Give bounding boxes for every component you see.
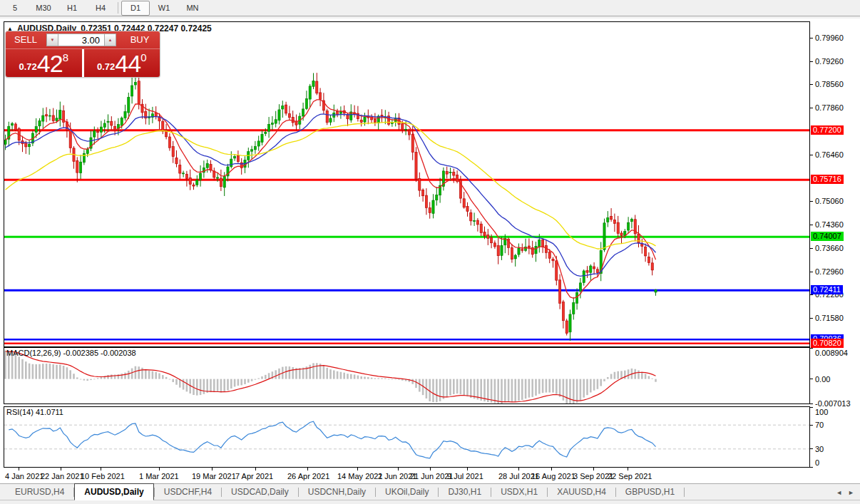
price-tick-label: 0.76460 [815, 150, 844, 159]
candle-body [381, 115, 383, 115]
tab-usdcad-daily[interactable]: USDCAD,Daily [222, 485, 298, 500]
timeframe-button-m30[interactable]: M30 [29, 1, 58, 16]
tab-xauusd-h4[interactable]: XAUUSD,H4 [548, 485, 615, 500]
buy-price-prefix: 0.72 [97, 61, 115, 72]
macd-histogram-bar [364, 377, 366, 379]
tab-scroll-arrows: ◄► [836, 485, 854, 500]
macd-histogram-bar [429, 379, 431, 401]
macd-histogram-bar [121, 374, 123, 379]
timeframe-button-mn[interactable]: MN [178, 1, 207, 16]
candle-body [647, 257, 650, 262]
macd-histogram-bar [343, 373, 345, 379]
timeframe-button-d1[interactable]: D1 [121, 1, 150, 16]
candle-body [217, 178, 219, 178]
candle-body [251, 150, 253, 151]
candle-body [487, 235, 489, 239]
macd-histogram-bar [580, 379, 582, 401]
rsi-line [9, 421, 655, 458]
candle-body [189, 178, 191, 184]
macd-histogram-bar [381, 378, 383, 379]
volume-decrease-button[interactable]: ▼ [46, 34, 58, 46]
macd-histogram-bar [73, 374, 75, 379]
tab-gbpusd-h1[interactable]: GBPUSD,H1 [616, 485, 684, 500]
sell-price-display[interactable]: 0.72 42 8 [6, 49, 82, 77]
tab-scroll-right-icon[interactable]: ► [848, 489, 854, 496]
price-tick-label: 0.75060 [815, 197, 844, 205]
timeframe-button-h4[interactable]: H4 [86, 1, 115, 16]
macd-histogram-bar [603, 379, 605, 381]
rsi-indicator-pane[interactable]: RSI(14) 41.0711 [4, 406, 810, 468]
ma-line-medium[interactable] [6, 114, 656, 277]
candle-body [35, 127, 37, 133]
time-tick-label: 16 Aug 2021 [531, 472, 575, 480]
macd-histogram-bar [569, 379, 571, 403]
macd-histogram-bar [265, 375, 267, 379]
macd-histogram-bar [460, 379, 462, 394]
macd-histogram-bar [206, 379, 208, 393]
candle-body [121, 118, 123, 125]
macd-histogram-bar [247, 379, 250, 383]
candle-body [542, 240, 544, 247]
tab-eurusd-h4[interactable]: EURUSD,H4 [6, 485, 73, 500]
candle-body [470, 212, 472, 221]
macd-histogram-bar [565, 379, 568, 403]
price-tick-mark [810, 201, 813, 202]
candle-body [514, 255, 516, 259]
macd-histogram-bar [391, 379, 394, 380]
macd-histogram-bar [203, 379, 205, 394]
tab-usdx-h1[interactable]: USDX,H1 [491, 485, 547, 500]
candle-body [548, 252, 551, 258]
timeframe-button-5[interactable]: 5 [1, 1, 29, 16]
chart-window: MACD(12,26,9) -0.002385 -0.002038 RSI(14… [0, 19, 860, 483]
candle-body [196, 180, 198, 185]
macd-histogram-bar [200, 379, 202, 395]
macd-histogram-bar [323, 365, 325, 379]
candle-body [411, 134, 414, 152]
tab-usdcnh-daily[interactable]: USDCNH,Daily [299, 485, 375, 500]
buy-price-display[interactable]: 0.72 44 0 [84, 49, 160, 77]
candle-body [111, 121, 113, 125]
ma-line-slow[interactable] [6, 122, 656, 249]
time-tick-mark [430, 468, 431, 470]
macd-histogram-bar [183, 379, 185, 390]
time-axis[interactable]: 4 Jan 202122 Jan 202110 Feb 20211 Mar 20… [4, 468, 810, 483]
macd-histogram-bar [411, 379, 414, 384]
candle-body [162, 121, 164, 131]
volume-control: ▼ ▲ [46, 31, 120, 48]
candle-body [168, 137, 170, 148]
volume-input[interactable] [58, 34, 104, 46]
timeframe-button-h1[interactable]: H1 [58, 1, 86, 16]
candle-body [569, 314, 571, 332]
macd-histogram-bar [56, 365, 58, 379]
price-tick-mark [810, 84, 813, 85]
macd-tick-label: 0.008904 [815, 349, 848, 357]
timeframe-button-w1[interactable]: W1 [150, 1, 178, 16]
candle-body [285, 105, 287, 113]
candle-body [415, 152, 417, 179]
macd-histogram-bar [518, 379, 520, 401]
macd-histogram-bar [66, 367, 68, 379]
buy-button[interactable]: BUY [120, 31, 160, 48]
tab-usdchf-h4[interactable]: USDCHF,H4 [155, 485, 221, 500]
tab-dj30-h1[interactable]: DJ30,H1 [439, 485, 491, 500]
candle-body [319, 93, 322, 99]
candle-body [466, 206, 469, 211]
tab-ukoil-daily[interactable]: UKOil,Daily [376, 485, 438, 500]
time-tick-label: 1 Mar 2021 [139, 472, 179, 480]
volume-increase-button[interactable]: ▲ [104, 34, 116, 46]
macd-indicator-pane[interactable]: MACD(12,26,9) -0.002385 -0.002038 [4, 347, 810, 404]
time-tick-label: 10 Feb 2021 [81, 472, 125, 480]
macd-histogram-bar [477, 379, 479, 400]
candle-body [401, 124, 404, 130]
tab-audusd-daily[interactable]: AUDUSD,Daily [74, 483, 153, 500]
sell-button[interactable]: SELL [6, 31, 46, 48]
macd-histogram-bar [576, 379, 578, 403]
macd-histogram-bar [32, 364, 34, 379]
macd-histogram-bar [388, 379, 390, 379]
tab-scroll-left-icon[interactable]: ◄ [836, 489, 842, 496]
macd-histogram-bar [651, 379, 653, 379]
candle-body [200, 173, 202, 180]
price-axis[interactable]: 0.799600.792600.785600.778600.764600.750… [810, 19, 860, 483]
macd-histogram-bar [563, 379, 565, 401]
macd-histogram-bar [111, 374, 113, 379]
